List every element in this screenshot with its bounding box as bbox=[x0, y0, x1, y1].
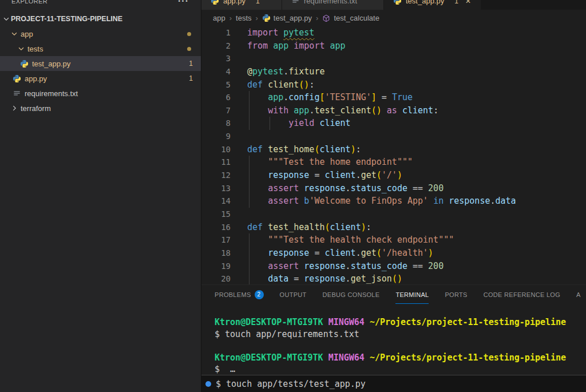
code-text: def test_home(client): bbox=[247, 143, 361, 156]
panel-tab-debug-console[interactable]: DEBUG CONSOLE bbox=[323, 285, 380, 304]
indent-guide bbox=[249, 91, 250, 104]
line-number: 10 bbox=[201, 143, 233, 156]
code-text: @pytest.fixture bbox=[247, 65, 324, 78]
indent-guide bbox=[249, 169, 250, 182]
code-line: 5def client(): bbox=[201, 78, 586, 92]
panel-tab-a[interactable]: A bbox=[576, 285, 581, 304]
breadcrumb-label: test_calculate bbox=[334, 14, 379, 22]
breadcrumb-separator: › bbox=[316, 14, 318, 22]
editor-tabbar: app.py1requirements.txttest_app.py1✕ bbox=[201, 0, 586, 10]
indent-guide bbox=[249, 247, 250, 260]
git-badge-count: 1 bbox=[189, 74, 193, 82]
panel-tab-code-reference-log[interactable]: CODE REFERENCE LOG bbox=[484, 285, 560, 304]
code-line: 2from app import app bbox=[201, 39, 586, 53]
chevron-down-icon bbox=[2, 14, 11, 23]
tree-item-label: app.py bbox=[25, 74, 47, 83]
code-text: response = client.get('/') bbox=[247, 169, 402, 182]
tree-item-app[interactable]: app bbox=[0, 26, 201, 41]
line-number: 15 bbox=[201, 208, 233, 221]
project-root-header[interactable]: PROJECT-11-TESTING-PIPELINE bbox=[0, 11, 201, 26]
more-actions-icon[interactable]: ··· bbox=[178, 0, 189, 6]
line-number: 6 bbox=[201, 91, 233, 104]
tree-item-tests[interactable]: tests bbox=[0, 41, 201, 56]
panel-tab-label: TERMINAL bbox=[395, 285, 429, 304]
code-line: 6 app.config['TESTING'] = True bbox=[201, 91, 586, 104]
indent-guide bbox=[249, 182, 250, 195]
indent-guide bbox=[249, 117, 250, 130]
git-modified-dot bbox=[187, 47, 191, 51]
panel-tab-label: OUTPUT bbox=[280, 285, 307, 304]
line-number: 9 bbox=[201, 130, 233, 143]
tree-item-requirements.txt[interactable]: requirements.txt bbox=[0, 86, 201, 101]
code-text: def client(): bbox=[247, 78, 314, 92]
code-text: def test_health(client): bbox=[247, 221, 371, 234]
breadcrumb-item-app[interactable]: app bbox=[213, 14, 225, 22]
breadcrumb-item-test_calculate[interactable]: test_calculate bbox=[322, 14, 379, 22]
indent-guide bbox=[249, 156, 250, 169]
symbol-method-icon bbox=[322, 14, 331, 22]
explorer-sidebar: EXPLORER ··· PROJECT-11-TESTING-PIPELINE… bbox=[0, 0, 201, 392]
code-text: """Test the home endpoint""" bbox=[247, 156, 413, 169]
line-number: 8 bbox=[201, 117, 233, 130]
command-decoration-dot[interactable] bbox=[205, 381, 211, 387]
terminal-current-command[interactable]: $ touch app/tests/test_app.py bbox=[201, 375, 586, 392]
breadcrumb-separator: › bbox=[256, 14, 258, 22]
close-icon[interactable]: ✕ bbox=[465, 0, 471, 5]
sidebar-header: EXPLORER ··· bbox=[0, 0, 201, 11]
panel-tab-terminal[interactable]: TERMINAL bbox=[395, 285, 429, 304]
tree-item-test_app.py[interactable]: test_app.py1 bbox=[0, 56, 201, 71]
panel-tab-output[interactable]: OUTPUT bbox=[280, 285, 307, 304]
panel-tab-label: DEBUG CONSOLE bbox=[323, 285, 380, 304]
line-number: 13 bbox=[201, 182, 233, 195]
sticky-prompt: $ bbox=[216, 379, 221, 389]
python-file-icon bbox=[262, 14, 271, 22]
code-editor[interactable]: 1import pytest2from app import app34@pyt… bbox=[201, 26, 586, 284]
panel-tab-problems[interactable]: PROBLEMS2 bbox=[215, 285, 264, 304]
indent-guide bbox=[249, 260, 250, 273]
code-line: 15 bbox=[201, 208, 586, 221]
terminal-line bbox=[215, 340, 586, 352]
code-text: app.config['TESTING'] = True bbox=[247, 91, 413, 104]
code-text: with app.test_client() as client: bbox=[247, 104, 438, 117]
tree-item-app.py[interactable]: app.py1 bbox=[0, 71, 201, 86]
panel-tab-label: PROBLEMS bbox=[215, 285, 251, 304]
line-number: 12 bbox=[201, 169, 233, 182]
code-line: 8 yield client bbox=[201, 117, 586, 130]
tree-item-label: app bbox=[21, 30, 33, 38]
code-line: 7 with app.test_client() as client: bbox=[201, 104, 586, 117]
code-line: 19 assert response.status_code == 200 bbox=[201, 260, 586, 273]
code-text: assert response.status_code == 200 bbox=[247, 260, 444, 273]
code-text: """Test the health check endpoint""" bbox=[247, 233, 454, 247]
tab-label: test_app.py bbox=[406, 0, 444, 5]
line-number: 5 bbox=[201, 78, 233, 92]
code-line: 16def test_health(client): bbox=[201, 221, 586, 234]
tree-item-label: tests bbox=[27, 45, 43, 53]
code-line: 3 bbox=[201, 52, 586, 65]
code-line: 17 """Test the health check endpoint""" bbox=[201, 233, 586, 247]
python-file-icon bbox=[13, 74, 21, 83]
line-number: 20 bbox=[201, 272, 233, 284]
line-number: 17 bbox=[201, 233, 233, 247]
panel-tab-ports[interactable]: PORTS bbox=[445, 285, 467, 304]
terminal-line: Ktron@DESKTOP-MTGI9TK MINGW64 ~/Projects… bbox=[215, 316, 586, 328]
explorer-title: EXPLORER bbox=[11, 0, 47, 5]
project-root-label: PROJECT-11-TESTING-PIPELINE bbox=[11, 15, 122, 23]
tab-app.py[interactable]: app.py1 bbox=[201, 0, 282, 10]
code-text: assert b'Welcome to FinOps App' in respo… bbox=[247, 195, 516, 208]
tab-badge: 1 bbox=[256, 0, 260, 5]
breadcrumb-item-test_app.py[interactable]: test_app.py bbox=[262, 14, 312, 22]
line-number: 18 bbox=[201, 247, 233, 260]
code-line: 20 data = response.get_json() bbox=[201, 272, 586, 284]
editor-column: app.py1requirements.txttest_app.py1✕ app… bbox=[201, 0, 586, 392]
tree-item-terraform[interactable]: terraform bbox=[0, 101, 201, 116]
tab-requirements.txt[interactable]: requirements.txt bbox=[282, 0, 384, 10]
breadcrumb-item-tests[interactable]: tests bbox=[236, 14, 251, 22]
chevron-down-icon bbox=[17, 45, 25, 53]
code-text: yield client bbox=[247, 117, 351, 130]
code-line: 9 bbox=[201, 130, 586, 143]
panel-tab-label: A bbox=[576, 285, 581, 304]
tab-test_app.py[interactable]: test_app.py1✕ bbox=[384, 0, 481, 10]
tab-label: app.py bbox=[223, 0, 246, 5]
code-text: from app import app bbox=[247, 39, 346, 53]
line-number: 11 bbox=[201, 156, 233, 169]
